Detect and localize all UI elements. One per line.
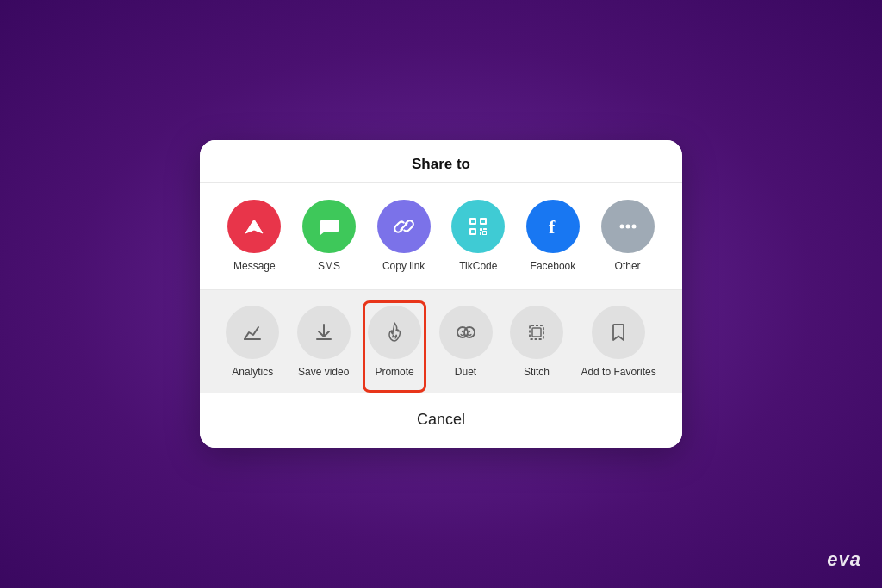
action-savevideo[interactable]: Save video	[297, 306, 351, 380]
savevideo-label: Save video	[298, 366, 349, 380]
bottom-actions-row: Analytics Save video Promote	[200, 290, 682, 394]
svg-rect-12	[483, 232, 486, 234]
favorites-label: Add to Favorites	[581, 366, 655, 380]
svg-rect-7	[471, 230, 475, 233]
message-label: Message	[233, 260, 276, 274]
message-icon	[227, 200, 281, 253]
action-analytics[interactable]: Analytics	[226, 306, 279, 380]
svg-point-23	[468, 330, 469, 331]
sheet-footer: Cancel	[200, 393, 682, 448]
duet-icon	[439, 306, 493, 359]
favorites-icon	[592, 306, 645, 359]
svg-rect-9	[483, 228, 487, 230]
action-promote[interactable]: Promote	[368, 306, 421, 380]
share-message[interactable]: Message	[227, 200, 281, 274]
svg-rect-25	[532, 328, 541, 337]
stitch-label: Stitch	[524, 366, 550, 380]
facebook-icon: f	[526, 200, 580, 253]
share-copylink[interactable]: Copy link	[377, 200, 431, 274]
duet-label: Duet	[455, 366, 476, 380]
tikcode-icon	[451, 200, 505, 253]
eva-logo: eva	[827, 548, 861, 571]
promote-icon	[368, 306, 421, 359]
svg-rect-10	[480, 232, 481, 235]
analytics-label: Analytics	[232, 366, 273, 380]
promote-label: Promote	[375, 366, 413, 380]
top-share-row: Message SMS Copy link	[200, 183, 682, 290]
svg-rect-6	[481, 220, 485, 223]
tikcode-label: TikCode	[459, 260, 497, 274]
other-label: Other	[615, 260, 641, 274]
svg-point-16	[631, 224, 636, 228]
svg-point-22	[461, 330, 463, 331]
sheet-header: Share to	[200, 140, 682, 183]
action-stitch[interactable]: Stitch	[510, 306, 563, 380]
action-favorites[interactable]: Add to Favorites	[581, 306, 655, 380]
stitch-icon	[510, 306, 563, 359]
svg-rect-5	[471, 220, 475, 223]
share-tikcode[interactable]: TikCode	[451, 200, 505, 274]
action-duet[interactable]: Duet	[439, 306, 493, 380]
svg-line-1	[401, 223, 407, 229]
analytics-icon	[226, 306, 279, 359]
facebook-label: Facebook	[531, 260, 576, 274]
svg-marker-0	[245, 220, 263, 233]
savevideo-icon	[297, 306, 351, 359]
sheet-title: Share to	[412, 156, 470, 172]
sms-icon	[302, 200, 356, 253]
svg-text:f: f	[549, 216, 556, 238]
share-facebook[interactable]: f Facebook	[526, 200, 580, 274]
cancel-button[interactable]: Cancel	[382, 407, 500, 432]
other-icon	[601, 200, 655, 253]
copylink-label: Copy link	[382, 260, 425, 274]
svg-point-14	[619, 224, 624, 228]
svg-point-15	[625, 224, 630, 228]
sms-label: SMS	[318, 260, 340, 274]
svg-rect-8	[480, 228, 482, 231]
share-sheet: Share to Message SMS	[200, 140, 682, 448]
share-sms[interactable]: SMS	[302, 200, 356, 274]
copylink-icon	[377, 200, 431, 253]
share-other[interactable]: Other	[601, 200, 655, 274]
